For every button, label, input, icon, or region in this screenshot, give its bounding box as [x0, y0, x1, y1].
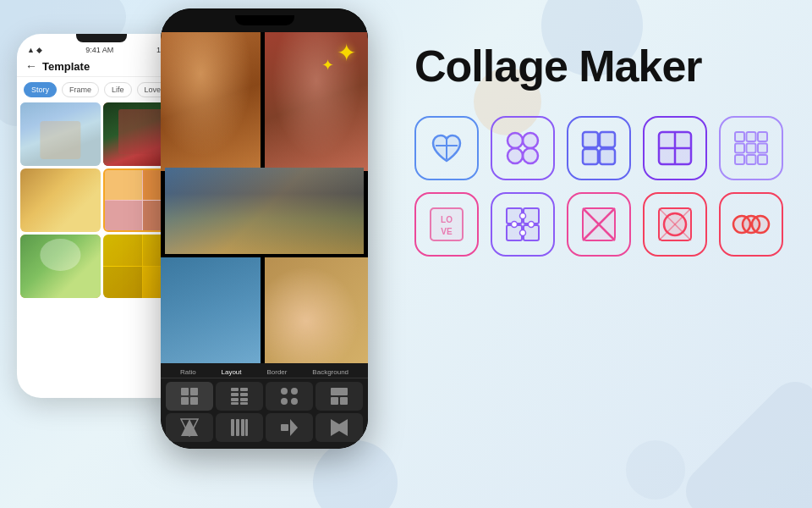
svg-point-30 [523, 133, 538, 148]
svg-point-31 [508, 148, 523, 163]
svg-rect-22 [236, 419, 239, 436]
tab-frame[interactable]: Frame [62, 82, 99, 97]
collage-cell-3 [165, 168, 364, 254]
svg-rect-46 [735, 155, 744, 164]
svg-rect-17 [331, 397, 338, 405]
sparkle-decoration-small: ✦ [321, 56, 334, 75]
svg-rect-25 [281, 424, 288, 431]
layout-option-6[interactable] [216, 413, 263, 442]
phone1-notch [76, 34, 127, 42]
collage-cell-4 [161, 257, 261, 363]
svg-point-56 [520, 213, 526, 219]
svg-rect-41 [747, 132, 756, 141]
layout-option-1[interactable] [166, 382, 213, 411]
toolbar-tab-layout[interactable]: Layout [222, 368, 242, 376]
phone-editor-screen: ✦ ✦ Ratio Layout Border Background [161, 8, 368, 449]
svg-rect-4 [231, 388, 239, 391]
icons-row-2: LO VE [414, 192, 787, 257]
svg-rect-21 [231, 419, 234, 436]
svg-point-32 [523, 148, 538, 163]
svg-point-12 [281, 388, 288, 395]
svg-rect-7 [240, 393, 248, 396]
svg-point-69 [752, 216, 769, 233]
puzzle-icon[interactable] [491, 192, 555, 257]
svg-point-58 [520, 230, 526, 236]
nine-grid-icon[interactable] [719, 116, 783, 180]
svg-rect-23 [241, 419, 244, 436]
svg-rect-40 [735, 132, 744, 141]
tab-story[interactable]: Story [24, 82, 57, 97]
svg-rect-5 [240, 388, 248, 391]
svg-rect-11 [240, 402, 248, 405]
love-text-icon[interactable]: LO VE [414, 192, 479, 257]
status-time: 9:41 AM [85, 46, 113, 54]
svg-rect-33 [583, 132, 598, 147]
collage-cell-5 [265, 257, 369, 363]
svg-point-29 [508, 133, 523, 148]
toolbar-tab-border[interactable]: Border [266, 368, 287, 376]
right-section: Collage Maker [414, 42, 787, 268]
svg-rect-8 [231, 398, 239, 401]
phone2-notch-bar [161, 8, 368, 32]
circle-frame-icon[interactable] [643, 192, 707, 257]
toolbar-tab-background[interactable]: Background [312, 368, 348, 376]
layout-option-8[interactable] [315, 413, 363, 442]
icons-row-1 [414, 116, 787, 180]
svg-rect-45 [758, 144, 767, 153]
layout-option-3[interactable] [266, 382, 313, 411]
svg-rect-3 [190, 397, 198, 405]
svg-rect-6 [231, 393, 239, 396]
svg-rect-36 [600, 149, 615, 164]
phone2-notch [235, 15, 294, 25]
svg-rect-10 [231, 402, 239, 405]
svg-rect-24 [245, 419, 248, 436]
svg-rect-18 [340, 397, 348, 405]
collage-cell-1 [161, 32, 261, 171]
svg-point-15 [291, 398, 298, 405]
layout-option-2[interactable] [216, 382, 263, 411]
status-wifi-icon: ▲ ◆ [27, 46, 42, 54]
template-item[interactable] [20, 102, 101, 166]
svg-point-57 [529, 222, 535, 228]
svg-point-59 [512, 222, 518, 228]
four-leaf-icon[interactable] [491, 116, 555, 180]
layout-option-7[interactable] [266, 413, 313, 442]
tab-life[interactable]: Life [104, 82, 132, 97]
basketball-layout-icon[interactable] [567, 116, 631, 180]
svg-point-14 [281, 398, 288, 405]
back-button[interactable]: ← [25, 59, 37, 73]
svg-text:VE: VE [441, 227, 453, 236]
layout-option-5[interactable] [166, 413, 213, 442]
three-circle-icon[interactable] [719, 192, 783, 257]
svg-marker-26 [331, 419, 348, 436]
phone2-inner: ✦ ✦ Ratio Layout Border Background [161, 8, 368, 449]
toolbar-tab-ratio[interactable]: Ratio [180, 368, 196, 376]
svg-rect-16 [331, 388, 348, 395]
svg-rect-1 [190, 388, 198, 395]
svg-rect-0 [181, 388, 189, 395]
editor-toolbar: Ratio Layout Border Background [161, 363, 368, 449]
template-item[interactable] [20, 235, 101, 298]
svg-rect-2 [181, 397, 189, 405]
svg-rect-43 [735, 144, 744, 153]
cross-grid-icon[interactable] [643, 116, 707, 180]
layout-option-4[interactable] [315, 382, 363, 411]
svg-rect-47 [747, 155, 756, 164]
phones-container: ▲ ◆ 9:41 AM 100% ← Template Story Frame … [17, 8, 423, 500]
svg-rect-9 [240, 398, 248, 401]
bg-corner-br [676, 372, 812, 508]
svg-marker-19 [181, 419, 198, 436]
svg-rect-44 [747, 144, 756, 153]
svg-point-13 [291, 388, 298, 395]
svg-rect-34 [600, 132, 615, 147]
svg-rect-42 [758, 132, 767, 141]
heart-layout-icon[interactable] [414, 116, 479, 180]
screen-title: Template [42, 60, 90, 73]
x-split-icon[interactable] [567, 192, 631, 257]
svg-text:LO: LO [441, 215, 453, 224]
app-title: Collage Maker [414, 42, 787, 91]
toolbar-tab-bar: Ratio Layout Border Background [161, 367, 368, 378]
svg-rect-48 [758, 155, 767, 164]
template-item[interactable] [20, 168, 101, 232]
collage-canvas[interactable]: ✦ ✦ [161, 32, 368, 363]
